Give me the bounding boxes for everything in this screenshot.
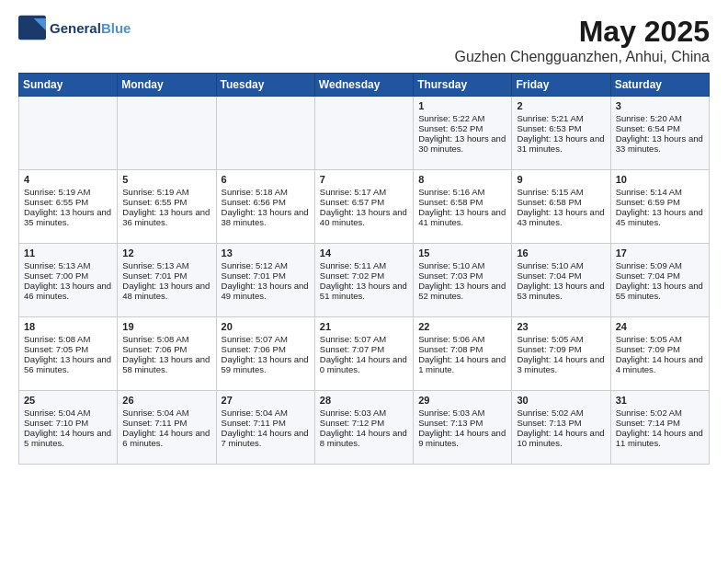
day-number: 18 [24,321,112,332]
day-number: 3 [616,100,704,111]
day-info: Sunrise: 5:08 AM [122,334,210,344]
day-info: Daylight: 14 hours and 0 minutes. [320,354,408,374]
calendar-cell: 10Sunrise: 5:14 AMSunset: 6:59 PMDayligh… [610,170,709,244]
day-info: Sunset: 6:54 PM [616,123,704,133]
day-info: Daylight: 13 hours and 53 minutes. [517,281,605,301]
weekday-header-thursday: Thursday [414,74,512,97]
logo-icon [18,15,46,40]
day-info: Sunrise: 5:07 AM [222,334,310,344]
calendar-cell: 31Sunrise: 5:02 AMSunset: 7:14 PMDayligh… [610,391,709,465]
calendar-cell [118,97,216,170]
calendar-cell: 5Sunrise: 5:19 AMSunset: 6:55 PMDaylight… [118,170,216,244]
day-info: Daylight: 14 hours and 7 minutes. [222,428,310,448]
day-info: Daylight: 13 hours and 51 minutes. [320,281,408,301]
day-info: Sunset: 7:08 PM [418,344,506,354]
day-info: Daylight: 14 hours and 6 minutes. [122,428,210,448]
day-info: Sunset: 6:58 PM [418,197,506,207]
calendar-cell: 2Sunrise: 5:21 AMSunset: 6:53 PMDaylight… [512,97,610,170]
day-info: Sunrise: 5:10 AM [517,260,605,270]
day-info: Daylight: 13 hours and 58 minutes. [122,354,210,374]
day-number: 8 [418,174,506,185]
calendar-cell: 13Sunrise: 5:12 AMSunset: 7:01 PMDayligh… [216,244,314,317]
day-number: 2 [517,100,605,111]
day-number: 9 [517,174,605,185]
calendar-cell [19,97,118,170]
week-row-4: 18Sunrise: 5:08 AMSunset: 7:05 PMDayligh… [19,317,710,391]
calendar-cell: 30Sunrise: 5:02 AMSunset: 7:13 PMDayligh… [512,391,610,465]
day-info: Sunset: 7:09 PM [517,344,605,354]
weekday-header-sunday: Sunday [19,74,118,97]
day-info: Sunrise: 5:06 AM [418,334,506,344]
day-info: Daylight: 14 hours and 9 minutes. [418,428,506,448]
day-info: Sunset: 7:01 PM [222,270,310,281]
calendar-cell: 9Sunrise: 5:15 AMSunset: 6:58 PMDaylight… [512,170,610,244]
calendar-cell: 25Sunrise: 5:04 AMSunset: 7:10 PMDayligh… [19,391,118,465]
day-info: Sunset: 7:10 PM [24,418,112,428]
day-info: Daylight: 13 hours and 30 minutes. [418,133,506,154]
day-info: Sunset: 7:07 PM [320,344,408,354]
week-row-1: 1Sunrise: 5:22 AMSunset: 6:52 PMDaylight… [19,97,710,170]
day-info: Sunrise: 5:12 AM [222,260,310,270]
day-info: Sunrise: 5:19 AM [24,187,112,197]
day-info: Daylight: 13 hours and 49 minutes. [222,281,310,301]
day-info: Sunrise: 5:08 AM [24,334,112,344]
day-info: Daylight: 14 hours and 8 minutes. [320,428,408,448]
day-number: 12 [122,247,210,259]
calendar-cell: 24Sunrise: 5:05 AMSunset: 7:09 PMDayligh… [610,317,709,391]
day-number: 5 [122,174,210,185]
day-info: Sunrise: 5:11 AM [320,260,408,270]
day-number: 29 [418,395,506,406]
day-info: Daylight: 13 hours and 45 minutes. [616,207,704,227]
day-info: Sunset: 6:57 PM [320,197,408,207]
day-info: Daylight: 13 hours and 46 minutes. [24,281,112,301]
day-info: Sunrise: 5:04 AM [222,408,310,418]
day-info: Sunrise: 5:10 AM [418,260,506,270]
day-info: Sunrise: 5:04 AM [122,408,210,418]
day-info: Daylight: 13 hours and 55 minutes. [616,281,704,301]
day-info: Sunset: 7:00 PM [24,270,112,281]
day-number: 25 [24,395,112,406]
calendar-cell: 17Sunrise: 5:09 AMSunset: 7:04 PMDayligh… [610,244,709,317]
day-info: Daylight: 13 hours and 31 minutes. [517,133,605,154]
week-row-2: 4Sunrise: 5:19 AMSunset: 6:55 PMDaylight… [19,170,710,244]
calendar-cell: 11Sunrise: 5:13 AMSunset: 7:00 PMDayligh… [19,244,118,317]
day-info: Daylight: 13 hours and 33 minutes. [616,133,704,154]
calendar-cell: 15Sunrise: 5:10 AMSunset: 7:03 PMDayligh… [414,244,512,317]
day-info: Sunset: 6:56 PM [222,197,310,207]
day-info: Daylight: 13 hours and 40 minutes. [320,207,408,227]
day-info: Sunset: 7:05 PM [24,344,112,354]
day-info: Sunset: 7:02 PM [320,270,408,281]
day-info: Sunrise: 5:18 AM [222,187,310,197]
day-info: Sunset: 6:58 PM [517,197,605,207]
day-info: Sunrise: 5:05 AM [517,334,605,344]
day-number: 24 [616,321,704,332]
day-info: Sunset: 6:55 PM [24,197,112,207]
calendar-cell: 16Sunrise: 5:10 AMSunset: 7:04 PMDayligh… [512,244,610,317]
day-info: Sunset: 7:06 PM [222,344,310,354]
day-info: Sunset: 7:12 PM [320,418,408,428]
day-number: 28 [320,395,408,406]
day-number: 21 [320,321,408,332]
calendar-cell: 29Sunrise: 5:03 AMSunset: 7:13 PMDayligh… [414,391,512,465]
day-info: Daylight: 14 hours and 1 minute. [418,354,506,374]
day-number: 15 [418,247,506,259]
day-info: Sunrise: 5:02 AM [616,408,704,418]
day-number: 13 [222,247,310,259]
day-info: Daylight: 14 hours and 10 minutes. [517,428,605,448]
day-number: 19 [122,321,210,332]
day-info: Daylight: 13 hours and 48 minutes. [122,281,210,301]
calendar-cell: 14Sunrise: 5:11 AMSunset: 7:02 PMDayligh… [314,244,413,317]
weekday-header-friday: Friday [512,74,610,97]
day-number: 26 [122,395,210,406]
day-info: Daylight: 13 hours and 41 minutes. [418,207,506,227]
day-info: Daylight: 13 hours and 59 minutes. [222,354,310,374]
day-info: Daylight: 14 hours and 5 minutes. [24,428,112,448]
weekday-header-tuesday: Tuesday [216,74,314,97]
calendar-cell: 28Sunrise: 5:03 AMSunset: 7:12 PMDayligh… [314,391,413,465]
day-info: Daylight: 13 hours and 43 minutes. [517,207,605,227]
day-number: 31 [616,395,704,406]
day-info: Sunrise: 5:21 AM [517,113,605,123]
day-info: Daylight: 14 hours and 11 minutes. [616,428,704,448]
calendar-cell: 7Sunrise: 5:17 AMSunset: 6:57 PMDaylight… [314,170,413,244]
calendar-cell: 26Sunrise: 5:04 AMSunset: 7:11 PMDayligh… [118,391,216,465]
